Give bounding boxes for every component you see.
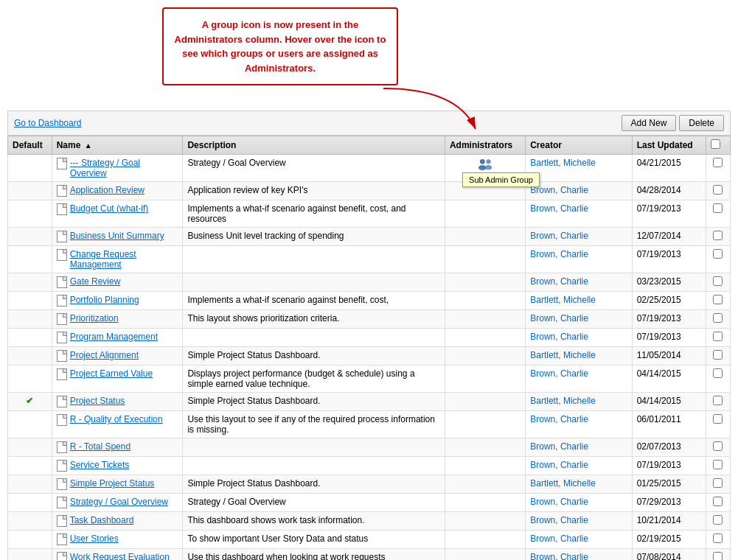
- name-link[interactable]: Simple Project Status: [57, 478, 178, 490]
- creator-cell: Brown, Charlie: [526, 549, 632, 561]
- creator-link[interactable]: Brown, Charlie: [530, 460, 588, 470]
- creator-link[interactable]: Brown, Charlie: [530, 533, 588, 544]
- default-cell: [8, 475, 52, 494]
- description-cell: To show important User Story Data and st…: [183, 531, 445, 549]
- name-text: Prioritization: [70, 313, 119, 323]
- name-link[interactable]: User Stories: [57, 533, 178, 545]
- row-checkbox-cell: [706, 200, 730, 228]
- creator-link[interactable]: Brown, Charlie: [530, 332, 588, 342]
- name-text: Project Status: [70, 396, 125, 406]
- row-checkbox[interactable]: [713, 460, 723, 469]
- row-checkbox[interactable]: [713, 441, 723, 451]
- name-link[interactable]: Change Request Management: [57, 249, 178, 270]
- description-cell: Strategy / Goal Overview: [183, 494, 445, 512]
- row-checkbox[interactable]: [713, 533, 723, 543]
- last-updated-cell: 02/25/2015: [632, 292, 706, 310]
- creator-link[interactable]: Brown, Charlie: [530, 497, 588, 507]
- creator-link[interactable]: Brown, Charlie: [530, 231, 588, 241]
- row-checkbox[interactable]: [713, 350, 723, 360]
- name-link[interactable]: Strategy / Goal Overview: [57, 497, 178, 508]
- header-checkbox: [706, 136, 730, 155]
- row-checkbox[interactable]: [713, 368, 723, 378]
- administrators-cell: [445, 200, 525, 228]
- creator-link[interactable]: Brown, Charlie: [530, 249, 588, 259]
- name-link[interactable]: Project Alignment: [57, 350, 178, 362]
- default-cell: [8, 246, 52, 273]
- creator-link[interactable]: Bartlett, Michelle: [530, 295, 596, 305]
- name-link[interactable]: Work Request Evaluation: [57, 552, 178, 560]
- name-link[interactable]: Gate Review: [57, 276, 178, 288]
- group-icon[interactable]: Sub Admin Group: [477, 158, 493, 171]
- row-checkbox[interactable]: [713, 276, 723, 286]
- creator-link[interactable]: Brown, Charlie: [530, 276, 588, 287]
- description-cell: Implements a what-if scenario against be…: [183, 292, 445, 310]
- row-checkbox[interactable]: [713, 313, 723, 323]
- name-link[interactable]: Project Earned Value: [57, 368, 178, 380]
- row-checkbox[interactable]: [713, 396, 723, 405]
- creator-cell: Bartlett, Michelle: [526, 393, 632, 411]
- row-checkbox[interactable]: [713, 332, 723, 341]
- header-last-updated: Last Updated: [632, 136, 706, 155]
- row-checkbox[interactable]: [713, 185, 723, 195]
- default-cell: [8, 457, 52, 475]
- creator-link[interactable]: Bartlett, Michelle: [530, 478, 596, 489]
- creator-link[interactable]: Bartlett, Michelle: [530, 396, 596, 406]
- administrators-cell: [445, 494, 525, 512]
- administrators-cell: [445, 273, 525, 292]
- delete-button-top[interactable]: Delete: [679, 115, 724, 131]
- go-to-dashboard-link[interactable]: Go to Dashboard: [14, 118, 81, 128]
- name-link[interactable]: --- Strategy / Goal Overview: [57, 158, 178, 178]
- row-checkbox[interactable]: [713, 414, 723, 424]
- name-text: Gate Review: [70, 276, 121, 287]
- creator-link[interactable]: Brown, Charlie: [530, 552, 588, 560]
- creator-link[interactable]: Brown, Charlie: [530, 515, 588, 525]
- name-link[interactable]: Task Dashboard: [57, 515, 178, 527]
- default-cell: [8, 549, 52, 561]
- creator-link[interactable]: Brown, Charlie: [530, 368, 588, 379]
- last-updated-cell: 03/23/2015: [632, 273, 706, 292]
- row-checkbox[interactable]: [713, 497, 723, 506]
- creator-link[interactable]: Brown, Charlie: [530, 441, 588, 452]
- creator-link[interactable]: Brown, Charlie: [530, 313, 588, 323]
- creator-link[interactable]: Bartlett, Michelle: [530, 350, 596, 360]
- row-checkbox[interactable]: [713, 158, 723, 167]
- creator-cell: Brown, Charlie: [526, 494, 632, 512]
- name-cell: R - Quality of Execution: [52, 411, 183, 438]
- document-icon: [57, 414, 67, 426]
- name-link[interactable]: Portfolio Planning: [57, 295, 178, 307]
- document-icon: [57, 460, 67, 472]
- row-checkbox[interactable]: [713, 295, 723, 304]
- creator-cell: Bartlett, Michelle: [526, 292, 632, 310]
- name-cell: Strategy / Goal Overview: [52, 494, 183, 512]
- last-updated-cell: 04/14/2015: [632, 365, 706, 393]
- row-checkbox-cell: [706, 494, 730, 512]
- name-link[interactable]: Program Management: [57, 332, 178, 343]
- header-description: Description: [183, 136, 445, 155]
- row-checkbox[interactable]: [713, 552, 723, 560]
- name-link[interactable]: R - Quality of Execution: [57, 414, 178, 426]
- row-checkbox[interactable]: [713, 231, 723, 240]
- name-link[interactable]: Project Status: [57, 396, 178, 407]
- last-updated-cell: 07/19/2013: [632, 457, 706, 475]
- creator-link[interactable]: Brown, Charlie: [530, 414, 588, 424]
- description-cell: This dashboard shows work task informati…: [183, 512, 445, 531]
- add-new-button-top[interactable]: Add New: [622, 115, 677, 131]
- page-wrapper: A group icon is now present in the Admin…: [0, 0, 738, 560]
- creator-link[interactable]: Bartlett, Michelle: [530, 158, 596, 168]
- row-checkbox[interactable]: [713, 203, 723, 213]
- name-text: Task Dashboard: [70, 515, 134, 525]
- name-link[interactable]: Budget Cut (what-if): [57, 203, 178, 215]
- name-cell: Portfolio Planning: [52, 292, 183, 310]
- name-link[interactable]: Business Unit Summary: [57, 231, 178, 242]
- description-cell: [183, 329, 445, 347]
- header-name[interactable]: Name ▲: [52, 136, 183, 155]
- select-all-checkbox[interactable]: [711, 139, 720, 149]
- row-checkbox[interactable]: [713, 249, 723, 259]
- row-checkbox[interactable]: [713, 515, 723, 525]
- row-checkbox[interactable]: [713, 478, 723, 488]
- name-link[interactable]: Prioritization: [57, 313, 178, 325]
- creator-link[interactable]: Brown, Charlie: [530, 203, 588, 214]
- name-link[interactable]: Service Tickets: [57, 460, 178, 472]
- name-link[interactable]: R - Total Spend: [57, 441, 178, 453]
- name-link[interactable]: Application Review: [57, 185, 178, 197]
